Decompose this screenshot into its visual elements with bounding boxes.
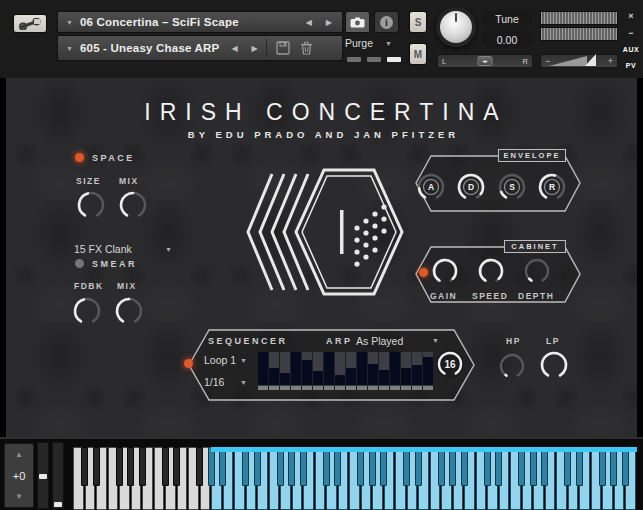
volume-slider[interactable]: − +	[540, 54, 618, 68]
purge-menu[interactable]: Purge ▼	[345, 35, 399, 51]
black-key-46[interactable]	[610, 447, 617, 486]
envelope-sustain-knob[interactable]: S	[495, 170, 529, 208]
next-patch-arrow[interactable]: ▶	[252, 44, 258, 53]
black-key-31[interactable]	[438, 447, 445, 486]
seq-step-11[interactable]	[368, 352, 378, 390]
black-key-11[interactable]	[208, 447, 215, 486]
piano-keyboard[interactable]	[73, 447, 637, 510]
black-key-36[interactable]	[495, 447, 502, 486]
arp-mode-dropdown[interactable]: As Played ▼	[356, 333, 446, 348]
chevron-down-icon[interactable]: ▼	[66, 45, 73, 52]
seq-step-6[interactable]	[313, 352, 323, 390]
seq-step-14[interactable]	[401, 352, 411, 390]
next-instrument-arrow[interactable]: ▶	[326, 18, 332, 27]
black-key-24[interactable]	[357, 447, 364, 486]
cabinet-gain-knob[interactable]	[429, 255, 461, 291]
chevron-down-icon[interactable]: ▼	[66, 19, 73, 26]
step-sequencer-grid[interactable]	[258, 352, 433, 390]
space-size-knob[interactable]	[74, 188, 108, 226]
space-preset-dropdown[interactable]: 15 FX Clank ▼	[74, 243, 179, 255]
black-key-39[interactable]	[530, 447, 537, 486]
tune-value[interactable]: 0.00	[482, 31, 532, 48]
close-button[interactable]: ×	[622, 10, 640, 22]
seq-step-8[interactable]	[335, 352, 345, 390]
black-key-47[interactable]	[622, 447, 629, 486]
octave-shift-control[interactable]: ▲ +0 ▼	[4, 443, 34, 508]
seq-step-10[interactable]	[357, 352, 367, 390]
black-key-8[interactable]	[173, 447, 180, 486]
mute-button[interactable]: M	[409, 43, 427, 65]
black-key-21[interactable]	[323, 447, 330, 486]
rate-dropdown[interactable]: 1/16 ▼	[204, 376, 254, 388]
prev-patch-arrow[interactable]: ◀	[231, 44, 237, 53]
black-key-4[interactable]	[127, 447, 134, 486]
tune-knob[interactable]	[436, 7, 476, 47]
cabinet-speed-knob[interactable]	[475, 255, 507, 291]
space-mix-knob[interactable]	[116, 188, 150, 226]
seq-step-15[interactable]	[412, 352, 422, 390]
aux-button[interactable]: AUX	[622, 43, 640, 55]
black-key-33[interactable]	[461, 447, 468, 486]
prev-instrument-arrow[interactable]: ◀	[306, 18, 312, 27]
smear-led[interactable]	[75, 259, 84, 268]
save-button[interactable]	[275, 40, 291, 56]
black-key-14[interactable]	[242, 447, 249, 486]
octave-down-icon[interactable]: ▼	[15, 492, 23, 501]
edit-wrench-button[interactable]	[13, 14, 47, 33]
black-key-19[interactable]	[300, 447, 307, 486]
sequencer-led[interactable]	[184, 359, 193, 368]
solo-button[interactable]: S	[409, 11, 427, 33]
hp-filter-knob[interactable]	[496, 350, 528, 386]
snapshot-view-tab[interactable]	[345, 11, 370, 33]
loop-dropdown[interactable]: Loop 1 ▼	[204, 354, 254, 366]
black-key-12[interactable]	[219, 447, 226, 486]
black-key-17[interactable]	[277, 447, 284, 486]
black-key-35[interactable]	[484, 447, 491, 486]
black-key-38[interactable]	[518, 447, 525, 486]
envelope-attack-knob[interactable]: A	[414, 170, 448, 208]
seq-step-4[interactable]	[291, 352, 301, 390]
seq-step-9[interactable]	[346, 352, 356, 390]
seq-step-12[interactable]	[379, 352, 389, 390]
seq-step-2[interactable]	[269, 352, 279, 390]
octave-up-icon[interactable]: ▲	[15, 450, 23, 459]
instrument-selector[interactable]: ▼ 06 Concertina – SciFi Scape ◀ ▶	[57, 11, 343, 33]
delete-button[interactable]	[299, 40, 315, 56]
pan-slider[interactable]: L ◂▸ R	[437, 54, 533, 68]
info-view-tab[interactable]: i	[374, 11, 399, 33]
envelope-decay-knob[interactable]: D	[454, 170, 488, 208]
seq-step-3[interactable]	[280, 352, 290, 390]
mod-wheel-handle[interactable]	[54, 502, 62, 507]
seq-step-13[interactable]	[390, 352, 400, 390]
black-key-10[interactable]	[196, 447, 203, 486]
black-key-29[interactable]	[415, 447, 422, 486]
mod-wheel[interactable]	[52, 442, 64, 509]
black-key-45[interactable]	[599, 447, 606, 486]
black-key-43[interactable]	[576, 447, 583, 486]
black-key-42[interactable]	[564, 447, 571, 486]
volume-plus[interactable]: +	[608, 56, 613, 66]
black-key-25[interactable]	[369, 447, 376, 486]
black-key-1[interactable]	[93, 447, 100, 486]
seq-step-7[interactable]	[324, 352, 334, 390]
pv-button[interactable]: PV	[622, 59, 640, 71]
pitch-wheel-handle[interactable]	[39, 474, 47, 479]
black-key-22[interactable]	[334, 447, 341, 486]
black-key-28[interactable]	[403, 447, 410, 486]
cabinet-led[interactable]	[419, 268, 428, 277]
minimize-button[interactable]: −	[622, 27, 640, 39]
black-key-0[interactable]	[81, 447, 88, 486]
pitch-wheel[interactable]	[37, 442, 49, 509]
seq-step-16[interactable]	[423, 352, 433, 390]
black-key-18[interactable]	[288, 447, 295, 486]
step-count-badge[interactable]: 16	[434, 348, 466, 380]
black-key-15[interactable]	[254, 447, 261, 486]
smear-mix-knob[interactable]	[112, 294, 146, 332]
envelope-release-knob[interactable]: R	[535, 170, 569, 208]
black-key-3[interactable]	[116, 447, 123, 486]
black-key-7[interactable]	[162, 447, 169, 486]
seq-step-1[interactable]	[258, 352, 268, 390]
pan-handle[interactable]: ◂▸	[478, 56, 493, 66]
lp-filter-knob[interactable]	[537, 348, 571, 386]
black-key-40[interactable]	[541, 447, 548, 486]
